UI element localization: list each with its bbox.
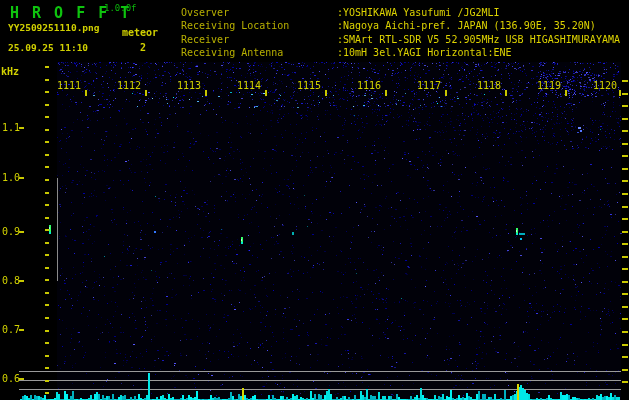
x-tick-label: 1111 (57, 80, 81, 91)
x-tick-label: 1113 (177, 80, 201, 91)
station-info-value: :SMArt RTL-SDR V5 52.905MHz USB HIGASHIM… (337, 34, 620, 45)
station-info-label: Receiver (181, 34, 229, 45)
x-tick-label: 1117 (417, 80, 441, 91)
station-info-label: Ovserver (181, 7, 229, 18)
station-info-value: :YOSHIKAWA Yasufumi /JG2MLI (337, 7, 500, 18)
x-tick-label: 1118 (477, 80, 501, 91)
station-info-row: Receiver:SMArt RTL-SDR V5 52.905MHz USB … (181, 34, 629, 47)
y-tick-label: 0.7 (2, 324, 20, 335)
observation-datetime: 25.09.25 11:10 (8, 42, 88, 53)
x-tick-label: 1114 (237, 80, 261, 91)
y-tick-label: 0.8 (2, 275, 20, 286)
station-info-row: Ovserver:YOSHIKAWA Yasufumi /JG2MLI (181, 7, 629, 20)
station-info-label: Receiving Antenna (181, 47, 283, 58)
x-tick-label: 1115 (297, 80, 321, 91)
x-tick-label: 1112 (117, 80, 141, 91)
y-tick-label: 0.6 (2, 373, 20, 384)
y-axis-unit-label: kHz (1, 66, 19, 77)
station-info-value: :Nagoya Aichi-pref. JAPAN (136.90E, 35.2… (337, 20, 596, 31)
x-tick-label: 1120 (593, 80, 617, 91)
station-info-value: :10mH 3el.YAGI Horizontal:ENE (337, 47, 512, 58)
station-info-label: Receiving Location (181, 20, 289, 31)
y-tick-label: 1.0 (2, 172, 20, 183)
y-tick-label: 0.9 (2, 226, 20, 237)
station-info-row: Receiving Location:Nagoya Aichi-pref. JA… (181, 20, 629, 33)
y-tick-label: 1.1 (2, 122, 20, 133)
meteor-count-value: 2 (140, 42, 146, 53)
station-info-block: Ovserver:YOSHIKAWA Yasufumi /JG2MLIRecei… (181, 7, 629, 63)
x-tick-label: 1119 (537, 80, 561, 91)
station-info-row: Receiving Antenna:10mH 3el.YAGI Horizont… (181, 47, 629, 60)
x-tick-label: 1116 (357, 80, 381, 91)
output-filename: YY2509251110.png (8, 22, 100, 33)
app-version: 1.0.0f (104, 3, 137, 13)
hrofft-window: H R O F F T 1.0.0f YY2509251110.png mete… (0, 0, 629, 400)
meteor-count-label: meteor (122, 27, 158, 38)
